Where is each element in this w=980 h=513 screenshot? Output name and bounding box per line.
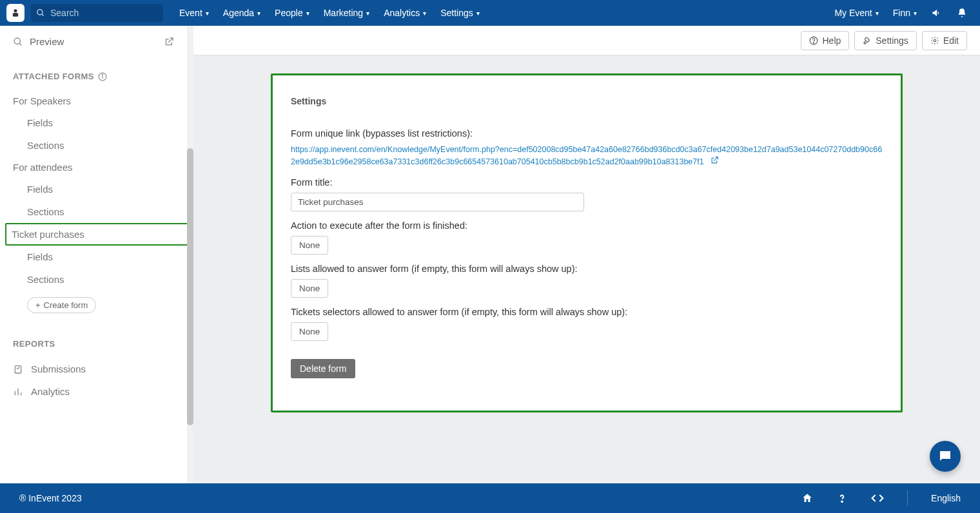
- sidebar-item-fields[interactable]: Fields: [13, 246, 174, 268]
- nav-analytics[interactable]: Analytics▾: [377, 1, 433, 24]
- nav-agenda[interactable]: Agenda▾: [217, 1, 267, 24]
- chevron-down-icon: ▾: [306, 10, 309, 17]
- gear-icon: [930, 36, 939, 45]
- external-link-icon[interactable]: [710, 156, 719, 166]
- help-icon: [809, 36, 818, 45]
- chevron-down-icon: ▾: [914, 10, 917, 17]
- code-icon[interactable]: [871, 492, 884, 505]
- sidebar-item-fields[interactable]: Fields: [13, 111, 174, 134]
- nav-user[interactable]: Finn▾: [887, 1, 923, 24]
- unique-link-label: Form unique link (bypasses list restrict…: [291, 128, 883, 139]
- svg-point-8: [102, 74, 103, 75]
- unique-link[interactable]: https://app.inevent.com/en/Knowledge/MyE…: [291, 145, 882, 166]
- chevron-down-icon: ▾: [366, 10, 369, 17]
- nav-myevent[interactable]: My Event▾: [828, 1, 885, 24]
- sidebar-reports-heading: REPORTS: [13, 339, 174, 349]
- form-title-label: Form title:: [291, 177, 883, 188]
- sidebar-item-fields[interactable]: Fields: [13, 178, 174, 200]
- footer: ® InEvent 2023 English: [0, 483, 980, 513]
- sidebar-group-attendees[interactable]: For attendees: [13, 157, 174, 178]
- settings-panel: Settings Form unique link (bypasses list…: [271, 73, 903, 412]
- nav-people[interactable]: People▾: [268, 1, 316, 24]
- wrench-icon: [863, 36, 872, 45]
- page-toolbar: Help Settings Edit: [193, 26, 980, 55]
- footer-copyright: ® InEvent 2023: [19, 493, 82, 503]
- nav-marketing[interactable]: Marketing▾: [317, 1, 376, 24]
- svg-line-5: [19, 43, 21, 45]
- chart-icon: [13, 387, 23, 397]
- main-content: Settings Form unique link (bypasses list…: [193, 55, 980, 483]
- announce-icon[interactable]: [925, 1, 949, 25]
- action-label: Action to execute after the form is fini…: [291, 220, 883, 231]
- sidebar-group-speakers[interactable]: For Speakers: [13, 90, 174, 111]
- svg-point-0: [14, 9, 17, 12]
- footer-language[interactable]: English: [931, 493, 961, 503]
- lists-select[interactable]: None: [291, 279, 328, 298]
- chevron-down-icon: ▾: [476, 10, 480, 17]
- scrollbar-thumb[interactable]: [187, 148, 193, 425]
- sidebar-preview-label: Preview: [30, 36, 64, 47]
- edit-button[interactable]: Edit: [922, 31, 967, 50]
- info-icon[interactable]: [98, 72, 107, 81]
- nav-event[interactable]: Event▾: [173, 1, 215, 24]
- help-icon[interactable]: [836, 492, 848, 504]
- lists-label: Lists allowed to answer form (if empty, …: [291, 264, 883, 274]
- svg-point-14: [814, 42, 814, 43]
- delete-form-button[interactable]: Delete form: [291, 359, 355, 378]
- help-button[interactable]: Help: [801, 31, 849, 50]
- clipboard-icon: [13, 364, 23, 374]
- settings-button[interactable]: Settings: [854, 31, 917, 50]
- svg-rect-9: [15, 365, 21, 373]
- svg-rect-1: [13, 13, 18, 17]
- svg-line-3: [42, 14, 44, 16]
- tickets-label: Tickets selectors allowed to answer form…: [291, 307, 883, 317]
- form-title-input[interactable]: [291, 193, 584, 211]
- action-select[interactable]: None: [291, 236, 328, 255]
- plus-icon: +: [35, 300, 41, 310]
- sidebar-preview[interactable]: Preview: [13, 34, 174, 57]
- sidebar-report-analytics[interactable]: Analytics: [13, 380, 174, 403]
- chevron-down-icon: ▾: [423, 10, 426, 17]
- sidebar-group-ticketpurchases[interactable]: Ticket purchases: [5, 223, 187, 246]
- sidebar-item-sections[interactable]: Sections: [13, 134, 174, 157]
- tickets-select[interactable]: None: [291, 322, 328, 341]
- search-icon: [13, 37, 23, 47]
- sidebar-attached-heading: ATTACHED FORMS: [13, 72, 174, 81]
- sidebar-item-sections[interactable]: Sections: [13, 200, 174, 223]
- svg-point-15: [934, 39, 936, 42]
- svg-point-4: [14, 38, 20, 44]
- sidebar-report-submissions[interactable]: Submissions: [13, 358, 174, 380]
- create-form-button[interactable]: + Create form: [27, 297, 96, 313]
- sidebar-item-sections[interactable]: Sections: [13, 268, 174, 291]
- panel-title: Settings: [284, 87, 889, 115]
- nav-settings[interactable]: Settings▾: [434, 1, 486, 24]
- chevron-down-icon: ▾: [257, 10, 260, 17]
- chat-bubble[interactable]: [930, 441, 961, 472]
- chevron-down-icon: ▾: [876, 10, 879, 17]
- home-icon[interactable]: [801, 492, 813, 504]
- external-link-icon: [164, 37, 174, 46]
- svg-point-16: [841, 501, 843, 502]
- search-input[interactable]: [31, 4, 163, 22]
- top-navbar: Event▾ Agenda▾ People▾ Marketing▾ Analyt…: [0, 0, 980, 26]
- bell-icon[interactable]: [950, 1, 974, 24]
- divider: [907, 490, 908, 506]
- sidebar: Preview ATTACHED FORMS For Speakers Fiel…: [0, 26, 187, 483]
- app-logo[interactable]: [6, 4, 24, 22]
- search-icon: [36, 8, 45, 17]
- svg-point-2: [37, 10, 43, 15]
- sidebar-scrollbar[interactable]: [187, 26, 193, 483]
- chevron-down-icon: ▾: [206, 10, 209, 17]
